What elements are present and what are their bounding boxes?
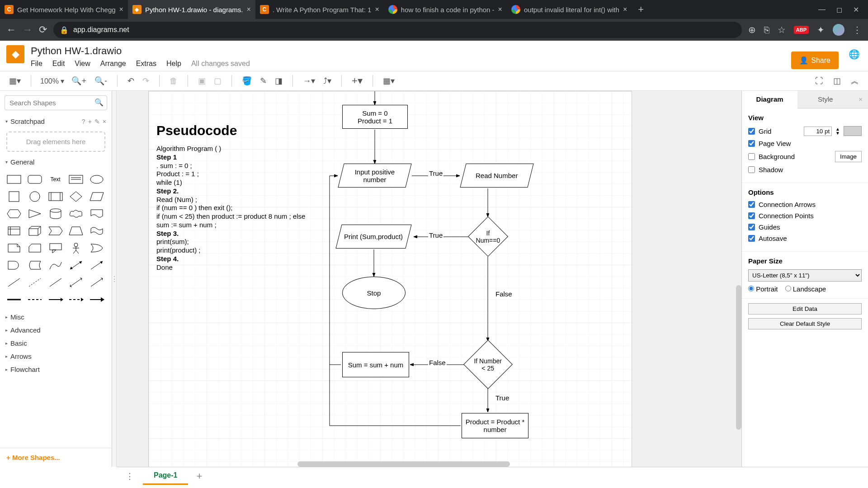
- window-close-icon[interactable]: ✕: [853, 5, 859, 14]
- menu-extras[interactable]: Extras: [136, 60, 156, 68]
- scratchpad-header[interactable]: ▾ Scratchpad ? + ✎ ×: [0, 115, 112, 128]
- grid-size-input[interactable]: [804, 127, 832, 136]
- landscape-radio-label[interactable]: Landscape: [785, 285, 826, 293]
- section-arrows-header[interactable]: ▸Arrows: [0, 350, 112, 363]
- reload-button[interactable]: ⟳: [39, 24, 47, 36]
- edge-label-false[interactable]: False: [495, 290, 513, 298]
- format-panel-button[interactable]: ◫: [830, 74, 844, 88]
- menu-edit[interactable]: Edit: [52, 60, 65, 68]
- browser-tab[interactable]: C . Write A Python Program That: 1 ×: [255, 0, 384, 19]
- shadow-checkbox[interactable]: [748, 166, 755, 173]
- shape-diamond[interactable]: [67, 189, 85, 204]
- shape-link-dash-arrow[interactable]: [67, 292, 85, 307]
- guides-checkbox[interactable]: [748, 224, 755, 230]
- section-advanced-header[interactable]: ▸Advanced: [0, 324, 112, 337]
- close-icon[interactable]: ×: [498, 5, 502, 14]
- section-flowchart-header[interactable]: ▸Flowchart: [0, 363, 112, 376]
- page-view-checkbox[interactable]: [748, 140, 755, 147]
- add-page-button[interactable]: +: [188, 470, 210, 482]
- autosave-checkbox[interactable]: [748, 235, 755, 242]
- back-button[interactable]: ←: [6, 24, 16, 36]
- canvas[interactable]: Pseudocode Algorithm Program ( )Step 1. …: [117, 91, 741, 467]
- vertical-scrollbar[interactable]: [736, 285, 741, 430]
- edge-label-true[interactable]: True: [428, 169, 443, 177]
- shape-bidir-thin[interactable]: [67, 275, 85, 290]
- more-shapes-button[interactable]: + More Shapes...: [0, 448, 112, 467]
- shape-circle[interactable]: [26, 189, 43, 204]
- profile-avatar-icon[interactable]: [833, 24, 844, 36]
- fill-color-button[interactable]: 🪣: [239, 74, 255, 88]
- table-button[interactable]: ▦▾: [380, 74, 397, 88]
- fc-node-product[interactable]: Product = Product * number: [462, 413, 528, 438]
- grid-checkbox[interactable]: [748, 128, 755, 135]
- install-icon[interactable]: ⎘: [764, 25, 769, 35]
- portrait-radio[interactable]: [748, 286, 754, 291]
- shape-data-storage[interactable]: [26, 258, 43, 272]
- close-panel-icon[interactable]: ×: [853, 91, 868, 108]
- search-shapes-input[interactable]: [5, 95, 107, 110]
- connection-button[interactable]: →▾: [300, 74, 318, 88]
- shape-and[interactable]: [5, 258, 23, 272]
- new-tab-button[interactable]: +: [632, 4, 650, 15]
- url-field[interactable]: 🔒 app.diagrams.net: [53, 22, 742, 38]
- zoom-icon[interactable]: ⊕: [748, 24, 756, 35]
- browser-tab[interactable]: ◆ Python HW-1.drawio - diagrams. ×: [128, 0, 255, 19]
- shape-document[interactable]: [88, 206, 105, 221]
- close-icon[interactable]: ×: [623, 5, 627, 14]
- fc-node-stop[interactable]: Stop: [342, 277, 406, 309]
- zoom-out-button[interactable]: 🔍-: [92, 74, 110, 88]
- fc-node-print[interactable]: Print (Sum,product): [335, 225, 411, 249]
- shape-link-closed[interactable]: [88, 292, 105, 307]
- shape-note[interactable]: [5, 241, 23, 255]
- to-back-button[interactable]: ▢: [211, 74, 224, 88]
- close-icon[interactable]: ×: [375, 5, 379, 14]
- document-title[interactable]: Python HW-1.drawio: [31, 45, 785, 57]
- edit-icon[interactable]: ✎: [94, 118, 100, 125]
- fc-node-read[interactable]: Read Number: [460, 164, 533, 188]
- edge-label-true[interactable]: True: [495, 394, 510, 402]
- shape-callout[interactable]: [47, 241, 64, 255]
- landscape-radio[interactable]: [785, 286, 791, 291]
- shape-square[interactable]: [5, 189, 23, 204]
- section-misc-header[interactable]: ▸Misc: [0, 310, 112, 324]
- shape-process[interactable]: [47, 189, 64, 204]
- delete-button[interactable]: 🗑: [167, 75, 180, 88]
- tab-diagram[interactable]: Diagram: [742, 91, 797, 108]
- shape-triangle[interactable]: [26, 206, 43, 221]
- stepper-icon[interactable]: ▲▼: [835, 127, 840, 135]
- browser-tab[interactable]: C Get Homework Help With Chegg ×: [0, 0, 128, 19]
- shape-rectangle[interactable]: [5, 172, 23, 187]
- connection-points-checkbox[interactable]: [748, 212, 755, 219]
- fc-node-init[interactable]: Sum = 0 Product = 1: [342, 105, 408, 129]
- close-icon[interactable]: ×: [103, 118, 106, 125]
- sidebar-resize-handle[interactable]: ⋮: [112, 91, 117, 467]
- edge-label-true[interactable]: True: [428, 231, 443, 239]
- line-color-button[interactable]: ✎: [257, 74, 269, 88]
- fc-node-sum[interactable]: Sum = sum + num: [342, 352, 409, 377]
- zoom-in-button[interactable]: 🔍+: [69, 74, 89, 88]
- page-tab[interactable]: Page-1: [143, 467, 188, 485]
- shape-line2[interactable]: [47, 275, 64, 290]
- shape-rounded-rect[interactable]: [26, 172, 43, 187]
- drawing-page[interactable]: Pseudocode Algorithm Program ( )Step 1. …: [148, 91, 632, 467]
- portrait-radio-label[interactable]: Portrait: [748, 285, 778, 293]
- drawio-logo-icon[interactable]: ◆: [6, 45, 24, 63]
- language-globe-icon[interactable]: 🌐: [849, 49, 860, 60]
- shape-text[interactable]: Text: [47, 172, 64, 187]
- help-icon[interactable]: ?: [82, 118, 85, 125]
- edit-data-button[interactable]: Edit Data: [748, 303, 862, 314]
- clear-default-style-button[interactable]: Clear Default Style: [748, 318, 862, 329]
- shape-bidir-arrow[interactable]: [67, 258, 85, 272]
- shape-link-dash[interactable]: [26, 292, 43, 307]
- to-front-button[interactable]: ▣: [195, 74, 208, 88]
- browser-tab[interactable]: how to finish a code in python - ×: [384, 0, 507, 19]
- add-icon[interactable]: +: [88, 118, 92, 125]
- extensions-icon[interactable]: ✦: [817, 24, 825, 35]
- shape-cube[interactable]: [26, 224, 43, 238]
- menu-help[interactable]: Help: [166, 60, 181, 68]
- shape-hexagon[interactable]: [5, 206, 23, 221]
- shape-trapezoid[interactable]: [67, 224, 85, 238]
- shape-cloud[interactable]: [67, 206, 85, 221]
- close-icon[interactable]: ×: [119, 5, 123, 14]
- close-icon[interactable]: ×: [246, 5, 250, 14]
